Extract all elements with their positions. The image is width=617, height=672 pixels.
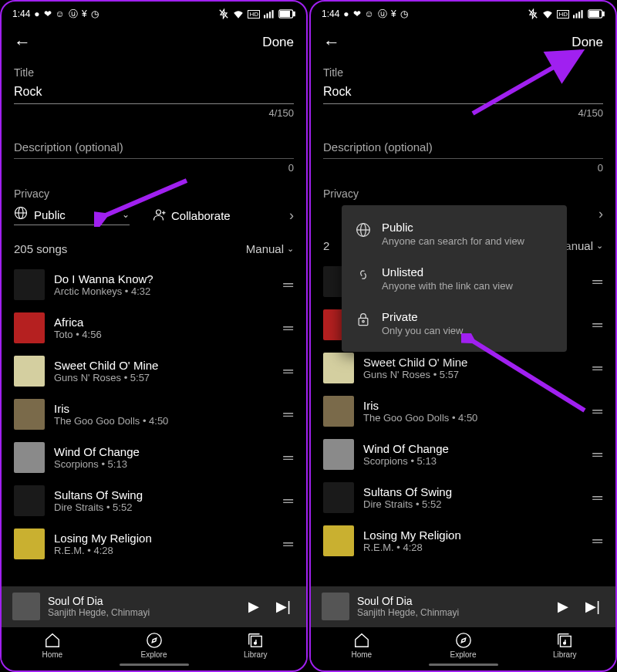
status-wifi-icon [542, 9, 553, 19]
now-playing-bar[interactable]: Soul Of Dia Sanjith Hegde, Chinmayi ▶ ▶| [2, 586, 306, 626]
list-item[interactable]: Sweet Child O' MineGuns N' Roses • 5:57═ [5, 350, 303, 393]
nav-library[interactable]: Library [204, 632, 306, 659]
drag-handle-icon[interactable]: ═ [592, 404, 603, 420]
drag-handle-icon[interactable]: ═ [592, 447, 603, 463]
next-button[interactable]: ▶| [581, 598, 605, 615]
drag-handle-icon[interactable]: ═ [283, 450, 294, 466]
title-label: Title [14, 66, 294, 79]
status-signal-icon [264, 9, 275, 19]
now-playing-subtitle: Sanjith Hegde, Chinmayi [48, 607, 236, 618]
next-button[interactable]: ▶| [271, 598, 295, 615]
list-item[interactable]: Do I Wanna Know?Arctic Monkeys • 4:32═ [5, 263, 303, 306]
list-item[interactable]: Losing My ReligionR.E.M. • 4:28═ [5, 522, 303, 566]
song-title: Sultans Of Swing [363, 485, 583, 498]
status-volte-icon: HD [557, 10, 569, 19]
popup-option-unlisted[interactable]: Unlisted Anyone with the link can view [342, 256, 567, 301]
svg-rect-2 [267, 13, 268, 18]
bottom-nav: Home Explore Library [2, 626, 306, 660]
drag-handle-icon[interactable]: ═ [283, 320, 294, 336]
song-title: Wind Of Change [363, 442, 583, 455]
song-title: Iris [54, 402, 274, 415]
home-icon [44, 632, 61, 649]
title-input[interactable]: Rock [14, 80, 294, 104]
nav-label: Home [351, 650, 372, 659]
now-playing-bar[interactable]: Soul Of Dia Sanjith Hegde, Chinmayi ▶ ▶| [311, 586, 615, 626]
popup-title: Unlisted [382, 265, 553, 279]
phone-left: 1:44 ● ❤ ☺ ⓤ ¥ ◷ HD ← Done [0, 0, 308, 672]
nav-label: Explore [141, 650, 167, 659]
status-wifi-icon [233, 9, 244, 19]
album-art [14, 528, 45, 559]
title-counter: 4/150 [14, 107, 294, 119]
svg-point-33 [362, 320, 365, 322]
gesture-bar [120, 664, 189, 666]
album-art [323, 353, 354, 383]
drag-handle-icon[interactable]: ═ [283, 277, 294, 293]
album-art [14, 356, 45, 387]
chevron-down-icon: ⌄ [287, 244, 294, 254]
list-item[interactable]: IrisThe Goo Goo Dolls • 4:50═ [5, 393, 303, 436]
status-time: 1:44 [322, 8, 339, 19]
status-whatsapp-icon: ☺ [56, 8, 65, 19]
nav-explore[interactable]: Explore [103, 632, 205, 659]
globe-icon [356, 222, 371, 238]
svg-rect-25 [590, 12, 599, 17]
svg-rect-32 [359, 318, 368, 325]
song-title: Losing My Religion [363, 528, 583, 542]
song-subtitle: The Goo Goo Dolls • 4:50 [54, 415, 274, 427]
status-app-icon: ⓤ [69, 8, 78, 21]
status-battery-icon [588, 9, 605, 19]
drag-handle-icon[interactable]: ═ [592, 490, 603, 506]
drag-handle-icon[interactable]: ═ [592, 533, 603, 549]
play-button[interactable]: ▶ [553, 598, 573, 615]
sort-dropdown[interactable]: Manual ⌄ [246, 242, 294, 255]
status-dnd-icon [528, 8, 538, 19]
album-art [323, 482, 354, 513]
done-button[interactable]: Done [262, 35, 294, 50]
list-item[interactable]: Wind Of ChangeScorpions • 5:13═ [314, 433, 612, 476]
drag-handle-icon[interactable]: ═ [592, 317, 603, 333]
song-list: Do I Wanna Know?Arctic Monkeys • 4:32═ A… [2, 263, 306, 586]
svg-rect-22 [582, 10, 583, 19]
drag-handle-icon[interactable]: ═ [283, 407, 294, 423]
play-button[interactable]: ▶ [244, 598, 264, 615]
drag-handle-icon[interactable]: ═ [283, 536, 294, 552]
nav-explore[interactable]: Explore [413, 632, 514, 659]
back-button[interactable]: ← [323, 32, 340, 52]
svg-point-14 [147, 633, 160, 647]
status-chat-icon: ❤ [44, 8, 52, 19]
link-icon [356, 267, 371, 282]
svg-rect-20 [576, 13, 578, 18]
description-counter: 0 [14, 162, 294, 174]
drag-handle-icon[interactable]: ═ [592, 360, 603, 377]
status-dot-icon: ● [343, 8, 349, 19]
popup-option-public[interactable]: Public Anyone can search for and view [342, 211, 567, 256]
album-art [14, 485, 45, 516]
status-volte-icon: HD [248, 10, 260, 19]
song-subtitle: Arctic Monkeys • 4:32 [54, 285, 274, 297]
nav-label: Explore [450, 650, 477, 659]
list-item[interactable]: Sultans Of SwingDire Straits • 5:52═ [5, 479, 303, 522]
description-input[interactable]: Description (optional) [323, 133, 603, 159]
status-app-icon-2: ¥ [82, 8, 87, 19]
song-subtitle: Scorpions • 5:13 [54, 458, 274, 470]
song-title: Africa [54, 316, 274, 329]
song-subtitle: Scorpions • 5:13 [363, 455, 583, 467]
drag-handle-icon[interactable]: ═ [283, 363, 294, 380]
song-subtitle: R.E.M. • 4:28 [363, 542, 583, 553]
popup-title: Public [382, 221, 553, 234]
list-item[interactable]: Wind Of ChangeScorpions • 5:13═ [5, 436, 303, 479]
list-item[interactable]: Losing My ReligionR.E.M. • 4:28═ [314, 519, 612, 562]
nav-home[interactable]: Home [311, 632, 413, 659]
drag-handle-icon[interactable]: ═ [283, 493, 294, 509]
list-item[interactable]: Sultans Of SwingDire Straits • 5:52═ [314, 476, 612, 519]
back-button[interactable]: ← [14, 32, 31, 52]
album-art [14, 442, 45, 473]
status-whatsapp-icon: ☺ [365, 8, 374, 19]
drag-handle-icon[interactable]: ═ [592, 274, 603, 290]
nav-home[interactable]: Home [2, 632, 103, 659]
description-input[interactable]: Description (optional) [14, 133, 294, 159]
list-item[interactable]: AfricaToto • 4:56═ [5, 306, 303, 350]
chevron-right-icon: › [598, 206, 603, 222]
nav-library[interactable]: Library [514, 632, 615, 659]
